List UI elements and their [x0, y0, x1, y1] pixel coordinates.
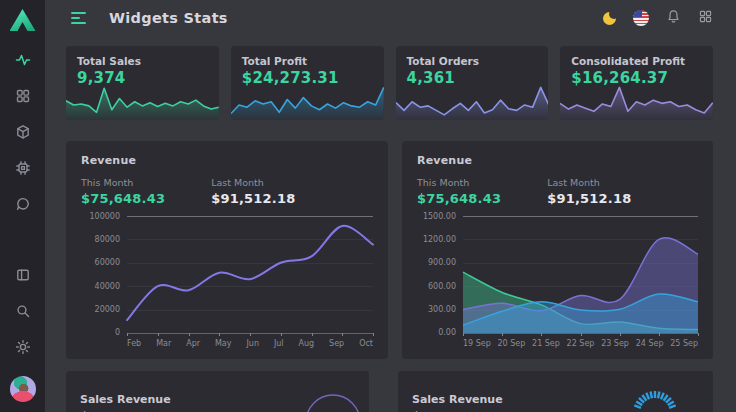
- stat-value: $24,273.31: [242, 69, 373, 87]
- y-tick-label: 600.00: [428, 282, 456, 291]
- x-tick-label: Jun: [246, 339, 259, 349]
- gauge-ticks-chart: [398, 371, 713, 412]
- this-month-stat: This Month $75,648.43: [81, 177, 165, 206]
- gear-icon: [15, 339, 31, 359]
- y-tick-label: 60000: [95, 258, 120, 267]
- stat-amount: $91,512.18: [547, 191, 631, 206]
- revenue-stats: This Month $75,648.43 Last Month $91,512…: [417, 177, 698, 206]
- bell-icon: [666, 9, 681, 28]
- x-tick-label: Oct: [359, 339, 373, 349]
- search-icon: [15, 303, 31, 323]
- stat-label: Total Profit: [242, 55, 373, 67]
- x-tick-label: 22 Sep: [567, 339, 595, 349]
- sparkline-chart: [560, 86, 713, 120]
- sparkline-chart: [231, 86, 384, 120]
- sidebar-item-chat[interactable]: [8, 191, 38, 221]
- main-area: Widgets Stats Total Sales 9,374: [45, 0, 736, 412]
- x-tick-label: 25 Sep: [670, 339, 698, 349]
- stat-caption: Last Month: [211, 177, 295, 188]
- y-tick-label: 80000: [95, 235, 120, 244]
- last-month-stat: Last Month $91,512.18: [547, 177, 631, 206]
- sidebar-item-search[interactable]: [8, 298, 38, 328]
- language-selector[interactable]: [633, 10, 649, 26]
- y-tick-label: 20000: [95, 305, 120, 314]
- hamburger-menu-icon[interactable]: [71, 12, 87, 24]
- sparkline-chart: [66, 86, 219, 120]
- dashboard-page: Widgets Stats Total Sales 9,374: [0, 0, 736, 412]
- sidebar: [0, 0, 45, 412]
- page-title: Widgets Stats: [109, 10, 228, 26]
- stat-cards-row: Total Sales 9,374 Total Profit $24,273.3…: [66, 46, 713, 120]
- y-tick-label: 40000: [95, 282, 120, 291]
- area-chart-plot: [463, 216, 698, 333]
- y-tick-label: 300.00: [428, 305, 456, 314]
- stat-caption: This Month: [417, 177, 501, 188]
- user-avatar[interactable]: [10, 376, 36, 402]
- topbar-actions: [603, 9, 713, 28]
- revenue-panel-daily: Revenue This Month $75,648.43 Last Month…: [402, 141, 713, 359]
- stat-label: Total Sales: [77, 55, 208, 67]
- revenue-stats: This Month $75,648.43 Last Month $91,512…: [81, 177, 373, 206]
- stat-amount: $75,648.43: [81, 191, 165, 206]
- sidebar-bottom: [8, 262, 38, 402]
- us-flag-icon: [633, 10, 649, 26]
- y-tick-label: 100000: [89, 212, 120, 221]
- x-tick-label: 24 Sep: [636, 339, 664, 349]
- sidebar-item-settings[interactable]: [8, 334, 38, 364]
- cube-icon: [15, 124, 31, 144]
- dark-mode-toggle[interactable]: [603, 12, 616, 25]
- moon-icon: [603, 12, 616, 25]
- y-tick-label: 1500.00: [423, 212, 456, 221]
- x-tick-label: Mar: [156, 339, 171, 349]
- stat-card-total-profit: Total Profit $24,273.31: [231, 46, 384, 120]
- x-tick-label: 21 Sep: [532, 339, 560, 349]
- stat-card-total-sales: Total Sales 9,374: [66, 46, 219, 120]
- revenue-panel-monthly: Revenue This Month $75,648.43 Last Month…: [66, 141, 388, 359]
- area-chart: 1500.001200.00900.00600.00300.000.00 19 …: [417, 216, 698, 349]
- revenue-row: Revenue This Month $75,648.43 Last Month…: [66, 141, 713, 359]
- sales-revenue-row: Sales Revenue $9,641.26 Sales Revenue $9…: [66, 371, 713, 412]
- stat-value: 4,361: [407, 69, 538, 87]
- y-axis-labels: 100000800006000040000200000: [81, 212, 127, 337]
- layout-icon: [15, 267, 31, 287]
- app-logo[interactable]: [10, 9, 36, 31]
- x-tick-label: 23 Sep: [601, 339, 629, 349]
- sidebar-item-widgets[interactable]: [8, 83, 38, 113]
- line-chart-plot: [127, 216, 373, 333]
- sidebar-item-layouts[interactable]: [8, 262, 38, 292]
- sales-revenue-card-ticks: Sales Revenue $9,641.26: [398, 371, 713, 412]
- stat-caption: Last Month: [547, 177, 631, 188]
- apps-grid-icon: [698, 9, 713, 28]
- grid-icon: [15, 88, 31, 108]
- content: Total Sales 9,374 Total Profit $24,273.3…: [45, 36, 736, 412]
- sidebar-item-components[interactable]: [8, 155, 38, 185]
- stat-label: Total Orders: [407, 55, 538, 67]
- y-axis-labels: 1500.001200.00900.00600.00300.000.00: [417, 212, 463, 337]
- sparkline-chart: [396, 86, 549, 120]
- panel-title: Revenue: [81, 154, 373, 167]
- x-tick-label: Jul: [274, 339, 284, 349]
- line-chart: 100000800006000040000200000 FebMarAprMay…: [81, 216, 373, 349]
- last-month-stat: Last Month $91,512.18: [211, 177, 295, 206]
- activity-icon: [15, 52, 31, 72]
- y-tick-label: 900.00: [428, 258, 456, 267]
- sidebar-item-dashboard[interactable]: [8, 47, 38, 77]
- x-tick-label: Aug: [299, 339, 315, 349]
- apps-menu-button[interactable]: [698, 9, 713, 28]
- stat-card-consolidated-profit: Consolidated Profit $16,264.37: [560, 46, 713, 120]
- sales-revenue-card-gauge: Sales Revenue $9,641.26: [66, 371, 369, 412]
- stat-value: $16,264.37: [571, 69, 702, 87]
- topbar: Widgets Stats: [45, 0, 736, 36]
- y-tick-label: 1200.00: [423, 235, 456, 244]
- x-tick-label: Apr: [186, 339, 200, 349]
- x-tick-label: 20 Sep: [498, 339, 526, 349]
- stat-value: 9,374: [77, 69, 208, 87]
- stat-amount: $91,512.18: [211, 191, 295, 206]
- stat-label: Consolidated Profit: [571, 55, 702, 67]
- gauge-arc-chart: [66, 371, 369, 412]
- notifications-button[interactable]: [666, 9, 681, 28]
- sidebar-item-packages[interactable]: [8, 119, 38, 149]
- stat-caption: This Month: [81, 177, 165, 188]
- chat-icon: [15, 196, 31, 216]
- stat-amount: $75,648.43: [417, 191, 501, 206]
